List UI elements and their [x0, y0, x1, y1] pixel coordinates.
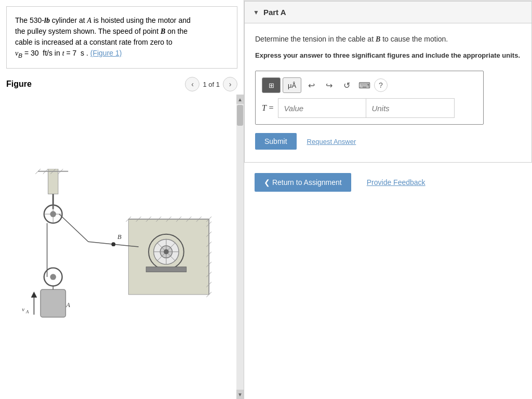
figure-header: Figure ‹ 1 of 1 › [0, 77, 244, 91]
figure-image-area: B A [0, 95, 236, 399]
provide-feedback-button[interactable]: Provide Feedback [367, 178, 425, 187]
redo-button[interactable]: ↪ [321, 77, 337, 93]
t-label: T = [262, 103, 274, 113]
svg-point-37 [111, 242, 115, 246]
svg-rect-47 [146, 267, 186, 272]
request-answer-button[interactable]: Request Answer [307, 138, 356, 145]
submit-button[interactable]: Submit [255, 133, 297, 150]
figure-page-count: 1 of 1 [203, 81, 220, 88]
figure-svg: B A [15, 169, 222, 325]
svg-text:v: v [22, 307, 24, 312]
keyboard-button[interactable]: ⌨ [356, 77, 372, 93]
problem-text-box: The 530-lb cylinder at A is hoisted usin… [6, 6, 237, 69]
right-panel: ▼ Part A Determine the tension in the ca… [244, 0, 532, 399]
svg-rect-48 [41, 289, 65, 317]
scrollbar-right[interactable]: ▲ ▼ [236, 95, 244, 399]
reset-button[interactable]: ↺ [339, 77, 354, 93]
figure-nav: ‹ 1 of 1 › [185, 77, 237, 91]
svg-text:A: A [65, 301, 70, 309]
figure-title: Figure [6, 79, 32, 89]
scrollbar-up-button[interactable]: ▲ [236, 95, 244, 104]
collapse-icon: ▼ [253, 9, 259, 16]
greek-icon: μÅ [288, 82, 296, 89]
question-text: Determine the tension in the cable at B … [255, 34, 521, 45]
figure-link[interactable]: (Figure 1) [90, 49, 122, 57]
svg-rect-21 [48, 169, 58, 194]
bottom-actions: ❮ Return to Assignment Provide Feedback [244, 163, 532, 202]
part-section: ▼ Part A Determine the tension in the ca… [244, 1, 532, 163]
problem-text-line4: vB = 30 ft/s in t = 7 s . (Figure 1) [15, 48, 229, 60]
submit-row: Submit Request Answer [255, 133, 521, 150]
undo-button[interactable]: ↩ [303, 77, 319, 93]
scrollbar-thumb[interactable] [237, 105, 243, 126]
svg-text:A: A [25, 309, 29, 314]
help-button[interactable]: ? [374, 78, 388, 92]
significant-note: Express your answer to three significant… [255, 51, 521, 60]
return-to-assignment-button[interactable]: ❮ Return to Assignment [255, 173, 351, 192]
input-toolbar: ⊞ μÅ ↩ ↪ ↺ ⌨ ? [262, 77, 477, 93]
svg-text:B: B [117, 234, 122, 241]
part-header-title: Part A [263, 8, 286, 17]
svg-point-33 [50, 274, 56, 280]
matrix-button[interactable]: ⊞ [262, 77, 281, 93]
left-panel: The 530-lb cylinder at A is hoisted usin… [0, 0, 244, 399]
answer-row: T = [262, 98, 477, 118]
units-input[interactable] [366, 98, 455, 118]
figure-next-button[interactable]: › [223, 77, 237, 91]
figure-prev-button[interactable]: ‹ [185, 77, 200, 91]
figure-container: B A [0, 95, 244, 399]
part-header[interactable]: ▼ Part A [245, 2, 531, 23]
problem-text-line2: the pulley system shown. The speed of po… [15, 26, 229, 37]
problem-text-line1: The 530-lb cylinder at A is hoisted usin… [15, 15, 229, 26]
input-box: ⊞ μÅ ↩ ↪ ↺ ⌨ ? T = [255, 71, 484, 125]
part-body: Determine the tension in the cable at B … [245, 23, 531, 162]
problem-text-line3: cable is increased at a constant rate fr… [15, 37, 229, 48]
greek-button[interactable]: μÅ [283, 77, 301, 93]
svg-point-46 [164, 249, 169, 255]
matrix-icon: ⊞ [269, 82, 274, 89]
scrollbar-down-button[interactable]: ▼ [236, 390, 244, 399]
value-input[interactable] [278, 98, 366, 118]
